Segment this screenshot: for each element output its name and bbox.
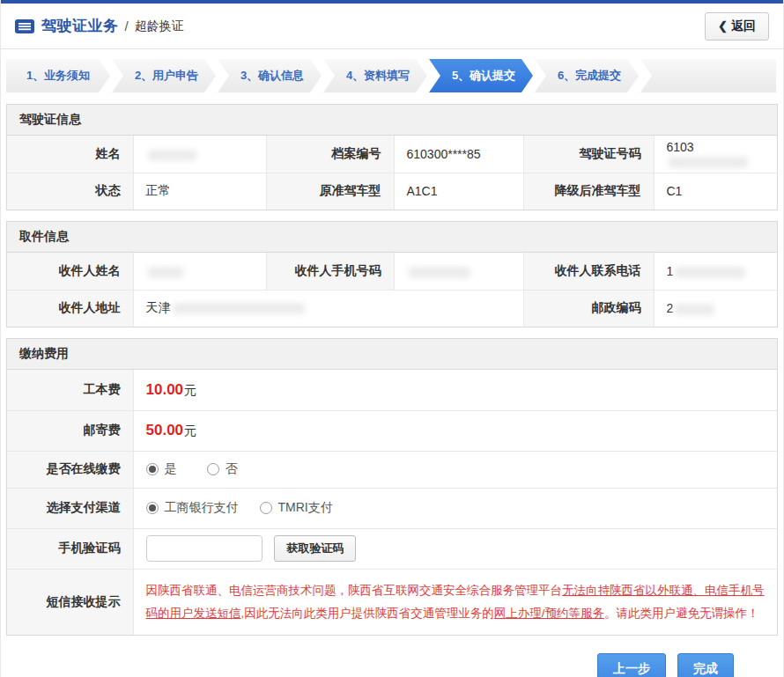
table-row: 状态 正常 原准驾车型 A1C1 降级后准驾车型 C1 (7, 173, 777, 210)
downgraded-class-label: 降级后准驾车型 (523, 173, 654, 210)
pickup-section-title: 取件信息 (7, 222, 777, 253)
redacted-value (173, 303, 305, 314)
card-fee-value: 10.00元 (133, 370, 777, 410)
icbc-pay-option[interactable]: 工商银行支付 (146, 500, 239, 516)
online-pay-no-label[interactable]: 否 (226, 461, 238, 477)
online-pay-yes-label[interactable]: 是 (165, 461, 177, 477)
name-label: 姓名 (7, 136, 133, 173)
mail-fee-unit: 元 (184, 423, 196, 438)
license-number-label: 驾驶证号码 (523, 136, 654, 173)
sms-note-part: 。请此类用户避免无谓操作！ (604, 607, 759, 620)
mail-fee-amount: 50.00 (146, 422, 184, 438)
status-value: 正常 (133, 173, 266, 210)
mail-fee-label: 邮寄费 (7, 410, 133, 451)
redacted-value (675, 304, 714, 315)
card-fee-label: 工本费 (7, 370, 133, 410)
redacted-value (675, 267, 745, 278)
radio-unchecked-icon[interactable] (260, 502, 272, 514)
recipient-phone-value: 1 (654, 253, 777, 290)
license-section-title: 驾驶证信息 (7, 105, 777, 136)
file-number-label: 档案编号 (266, 136, 394, 173)
sms-note-text: 因陕西省联通、电信运营商技术问题，陕西省互联网交通安全综合服务管理平台无法向持陕… (133, 569, 777, 635)
step-6-finish-submit[interactable]: 6、完成提交 (535, 59, 639, 92)
table-row: 姓名 档案编号 610300****85 驾驶证号码 6103 (7, 136, 777, 173)
file-number-value: 610300****85 (394, 136, 523, 173)
card-fee-amount: 10.00 (146, 381, 184, 398)
sms-note-part: ,因此无法向此类用户提供陕西省交通管理业务的 (241, 607, 494, 620)
tmri-pay-option[interactable]: TMRI支付 (260, 500, 333, 516)
license-number-value: 6103 (654, 136, 777, 173)
pay-channel-options: 工商银行支付 TMRI支付 (133, 488, 777, 528)
page-header: 驾驶证业务 / 超龄换证 ❮ 返回 (1, 4, 783, 49)
breadcrumb-current: 超龄换证 (135, 18, 184, 34)
fees-table: 工本费 10.00元 邮寄费 50.00元 是否在线缴费 是 (7, 370, 777, 635)
radio-checked-icon[interactable] (146, 463, 159, 475)
mail-fee-value: 50.00元 (133, 410, 777, 451)
list-icon (15, 18, 34, 34)
step-2-user-declaration[interactable]: 2、用户申告 (112, 59, 216, 92)
step-5-confirm-submit[interactable]: 5、确认提交 (429, 59, 533, 92)
pickup-info-section: 取件信息 收件人姓名 收件人手机号码 收件人联系电话 1 收件人地址 天津 邮政… (6, 221, 778, 327)
icbc-pay-label[interactable]: 工商银行支付 (165, 500, 239, 516)
fees-section: 缴纳费用 工本费 10.00元 邮寄费 50.00元 是否在线缴费 是 (6, 338, 778, 636)
step-wizard: 1、业务须知 2、用户申告 3、确认信息 4、资料填写 5、确认提交 6、完成提… (6, 59, 778, 92)
online-pay-options: 是 否 (133, 451, 777, 488)
sms-code-field: 获取验证码 (133, 528, 777, 569)
table-row: 收件人地址 天津 邮政编码 2 (7, 290, 777, 327)
pay-channel-label: 选择支付渠道 (7, 488, 133, 528)
name-value (133, 136, 266, 173)
table-row: 短信接收提示 因陕西省联通、电信运营商技术问题，陕西省互联网交通安全综合服务管理… (7, 569, 777, 635)
downgraded-class-value: C1 (654, 173, 777, 210)
radio-checked-icon[interactable] (146, 502, 159, 514)
recipient-mobile-value (394, 253, 523, 290)
postcode-value: 2 (654, 290, 777, 327)
finish-button[interactable]: 完成 (677, 653, 734, 677)
step-4-fill-materials[interactable]: 4、资料填写 (323, 59, 427, 92)
table-row: 收件人姓名 收件人手机号码 收件人联系电话 1 (7, 253, 777, 290)
recipient-mobile-label: 收件人手机号码 (266, 253, 394, 290)
original-class-value: A1C1 (394, 173, 523, 210)
recipient-name-label: 收件人姓名 (7, 253, 133, 290)
fees-section-title: 缴纳费用 (7, 339, 777, 370)
license-info-section: 驾驶证信息 姓名 档案编号 610300****85 驾驶证号码 6103 状态… (6, 104, 778, 210)
radio-unchecked-icon[interactable] (207, 463, 219, 475)
prev-step-button[interactable]: 上一步 (597, 653, 666, 677)
table-row: 工本费 10.00元 (7, 370, 777, 410)
step-1-business-notice[interactable]: 1、业务须知 (6, 59, 110, 92)
pickup-info-table: 收件人姓名 收件人手机号码 收件人联系电话 1 收件人地址 天津 邮政编码 2 (7, 253, 777, 327)
footer-actions: 上一步 完成 (1, 646, 783, 677)
step-3-confirm-info[interactable]: 3、确认信息 (218, 59, 322, 92)
table-row: 邮寄费 50.00元 (7, 410, 777, 451)
recipient-name-value (133, 253, 266, 290)
chevron-left-icon: ❮ (718, 19, 728, 33)
step-bar-filler (640, 59, 776, 92)
card-fee-unit: 元 (184, 383, 196, 397)
original-class-label: 原准驾车型 (266, 173, 394, 210)
redacted-value (148, 267, 183, 278)
sms-note-part: 因陕西省联通、电信运营商技术问题，陕西省互联网交通安全综合服务管理平台 (146, 584, 563, 597)
sms-code-label: 手机验证码 (7, 528, 133, 569)
recipient-address-value: 天津 (133, 290, 523, 327)
table-row: 手机验证码 获取验证码 (7, 528, 777, 569)
redacted-value (409, 267, 470, 278)
online-pay-no-option[interactable]: 否 (207, 461, 238, 477)
table-row: 选择支付渠道 工商银行支付 TMRI支付 (7, 488, 777, 528)
license-info-table: 姓名 档案编号 610300****85 驾驶证号码 6103 状态 正常 原准… (7, 136, 777, 210)
online-pay-label: 是否在线缴费 (7, 451, 133, 488)
sms-note-part-underlined: 网上办理/预约等服务 (494, 607, 604, 620)
sms-note-label: 短信接收提示 (7, 569, 133, 635)
get-code-button[interactable]: 获取验证码 (274, 535, 356, 562)
recipient-address-label: 收件人地址 (7, 290, 133, 327)
back-button-label: 返回 (731, 18, 756, 34)
recipient-phone-label: 收件人联系电话 (523, 253, 654, 290)
online-pay-yes-option[interactable]: 是 (146, 461, 177, 477)
tmri-pay-label[interactable]: TMRI支付 (278, 500, 333, 516)
redacted-value (669, 157, 748, 168)
postcode-label: 邮政编码 (523, 290, 654, 327)
page-title: 驾驶证业务 (41, 16, 119, 36)
back-button[interactable]: ❮ 返回 (705, 12, 769, 40)
sms-code-input[interactable] (146, 535, 263, 562)
breadcrumb-separator: / (125, 18, 129, 33)
table-row: 是否在线缴费 是 否 (7, 451, 777, 488)
status-label: 状态 (7, 173, 133, 210)
